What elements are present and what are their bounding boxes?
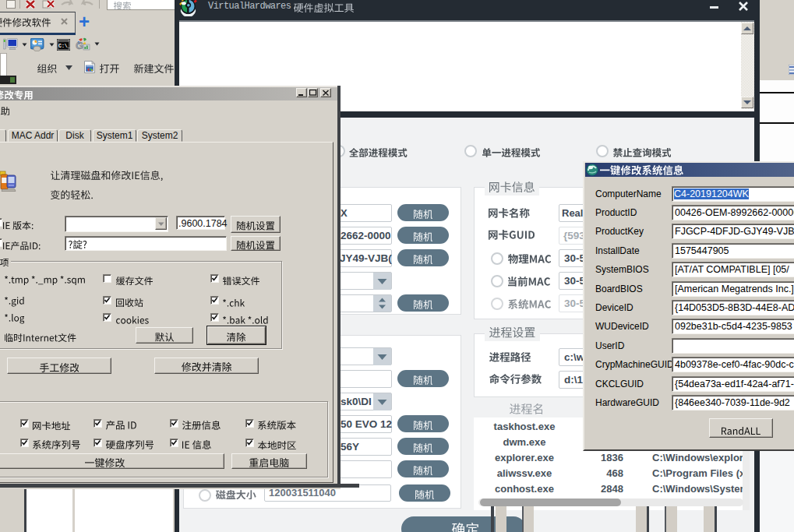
svg-text:C:\_: C:\_: [58, 44, 70, 49]
svg-text:G: G: [76, 40, 83, 51]
